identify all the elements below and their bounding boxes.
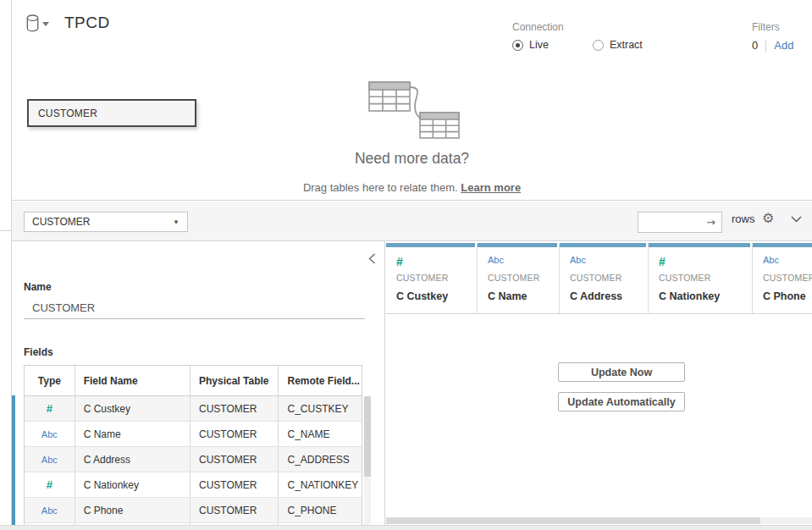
grid-column-header[interactable]: # CUSTOMER C Custkey bbox=[386, 243, 478, 314]
radio-extract[interactable]: Extract bbox=[593, 39, 643, 51]
left-gutter bbox=[0, 0, 12, 530]
name-label: Name bbox=[24, 281, 52, 293]
collapse-panel-icon[interactable] bbox=[368, 253, 376, 264]
canvas-area: TPCD Connection Live Extract Filters 0 A… bbox=[12, 0, 812, 201]
database-icon[interactable] bbox=[25, 14, 40, 32]
table-row[interactable]: Abc C Phone CUSTOMER C_PHONE bbox=[25, 498, 362, 523]
grid-toolbar: CUSTOMER ▼ → rows ⚙ bbox=[12, 202, 812, 241]
tableau-datasource-page: TPCD Connection Live Extract Filters 0 A… bbox=[0, 0, 812, 530]
update-automatically-button[interactable]: Update Automatically bbox=[558, 392, 685, 411]
fields-table: Type Field Name Physical Table Remote Fi… bbox=[24, 365, 362, 525]
string-type-icon: Abc bbox=[763, 255, 812, 268]
bottom-scroll-strip bbox=[0, 525, 812, 530]
filters-count: 0 bbox=[752, 39, 758, 52]
grid-column-header[interactable]: Abc CUSTOMER C Name bbox=[478, 243, 560, 314]
connection-label: Connection bbox=[512, 21, 643, 33]
rows-label: rows bbox=[732, 213, 754, 225]
rows-count-input[interactable] bbox=[638, 213, 698, 232]
datasource-header: TPCD bbox=[25, 14, 110, 32]
string-type-icon: Abc bbox=[570, 255, 648, 268]
row-selection-strip bbox=[12, 395, 15, 525]
update-now-button[interactable]: Update Now bbox=[558, 362, 685, 382]
filters-label: Filters bbox=[752, 21, 793, 33]
connection-section: Connection Live Extract bbox=[512, 21, 643, 51]
grid-column-header[interactable]: Abc CUSTOMER C Address bbox=[560, 243, 649, 314]
empty-state-title: Need more data? bbox=[12, 150, 812, 168]
number-type-icon: # bbox=[25, 472, 75, 497]
rows-count-box: → bbox=[638, 212, 722, 233]
table-row[interactable]: # C Custkey CUSTOMER C_CUSTKEY bbox=[25, 396, 362, 422]
string-type-icon: Abc bbox=[488, 255, 559, 268]
radio-live-icon[interactable] bbox=[512, 40, 523, 51]
string-type-icon: Abc bbox=[25, 422, 75, 446]
chevron-down-icon[interactable] bbox=[791, 216, 802, 223]
table-name-input[interactable] bbox=[24, 297, 365, 319]
radio-live[interactable]: Live bbox=[512, 39, 549, 51]
number-type-icon: # bbox=[25, 396, 75, 421]
data-preview-grid: # CUSTOMER C Custkey Abc CUSTOMER C Name… bbox=[386, 241, 812, 525]
string-type-icon: Abc bbox=[25, 498, 75, 522]
arrow-right-icon[interactable]: → bbox=[706, 216, 721, 229]
fields-table-header: Type Field Name Physical Table Remote Fi… bbox=[25, 366, 362, 396]
database-menu-caret-icon[interactable] bbox=[42, 22, 49, 26]
grid-column-header[interactable]: Abc CUSTOMER C Phone bbox=[753, 243, 812, 314]
table-row[interactable]: Abc C Address CUSTOMER C_ADDRESS bbox=[25, 447, 362, 472]
empty-state-subtext: Drag tables here to relate them. Learn m… bbox=[12, 181, 812, 194]
table-row[interactable]: Abc C Name CUSTOMER C_NAME bbox=[25, 422, 362, 447]
radio-extract-icon[interactable] bbox=[593, 40, 604, 51]
fields-label: Fields bbox=[24, 346, 53, 358]
number-type-icon: # bbox=[396, 255, 477, 268]
table-row[interactable]: # C Nationkey CUSTOMER C_NATIONKEY bbox=[25, 472, 362, 498]
empty-state: Need more data? Drag tables here to rela… bbox=[12, 79, 812, 194]
gear-icon[interactable]: ⚙ bbox=[762, 210, 774, 226]
datasource-title: TPCD bbox=[64, 14, 110, 32]
field-properties-panel: Name Fields Type Field Name Physical Tab… bbox=[12, 241, 385, 525]
number-type-icon: # bbox=[659, 255, 752, 268]
learn-more-link[interactable]: Learn more bbox=[461, 181, 521, 194]
fields-table-scrollbar[interactable] bbox=[364, 396, 371, 525]
grid-column-header[interactable]: # CUSTOMER C Nationkey bbox=[649, 243, 753, 314]
relate-tables-illustration bbox=[362, 79, 462, 140]
grid-horizontal-scrollbar[interactable] bbox=[386, 517, 812, 524]
dropdown-caret-icon: ▼ bbox=[173, 218, 180, 226]
add-filter-link[interactable]: Add bbox=[774, 39, 793, 52]
filters-section: Filters 0 Add bbox=[752, 21, 793, 52]
string-type-icon: Abc bbox=[25, 447, 75, 472]
table-select-dropdown[interactable]: CUSTOMER ▼ bbox=[24, 212, 188, 232]
